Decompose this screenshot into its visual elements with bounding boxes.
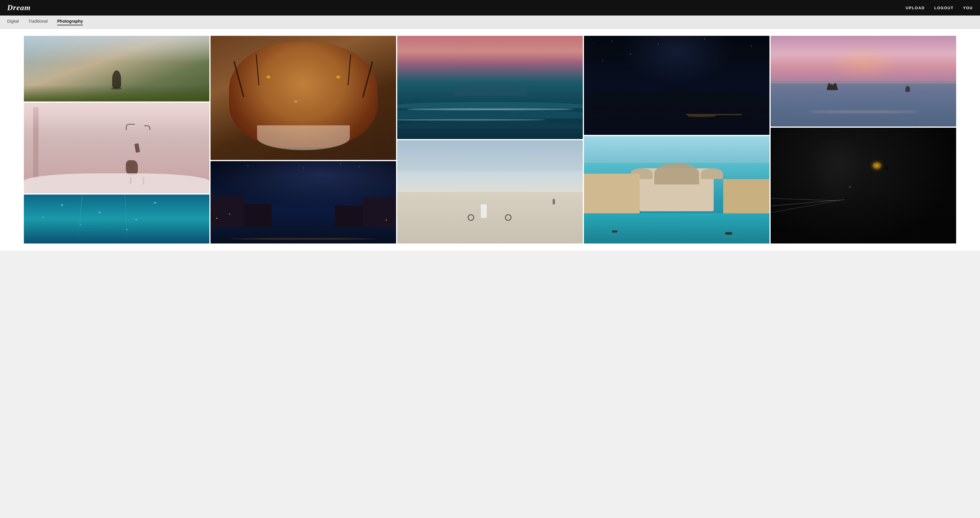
you-button[interactable]: YOU bbox=[963, 6, 973, 10]
tabs-bar: Digital Traditional Photography bbox=[0, 16, 980, 29]
upload-button[interactable]: UPLOAD bbox=[906, 6, 925, 10]
gallery-item[interactable] bbox=[397, 140, 583, 244]
gallery-item[interactable] bbox=[771, 128, 956, 244]
gallery-item[interactable] bbox=[210, 36, 396, 160]
navbar-actions: UPLOAD LOGOUT YOU bbox=[906, 6, 973, 10]
gallery-container bbox=[0, 29, 980, 251]
logout-button[interactable]: LOGOUT bbox=[934, 6, 954, 10]
gallery-item[interactable] bbox=[397, 36, 583, 139]
masonry-grid bbox=[24, 36, 956, 244]
gallery-item[interactable] bbox=[24, 36, 209, 102]
navbar: Dream UPLOAD LOGOUT YOU bbox=[0, 0, 980, 16]
gallery-item[interactable] bbox=[210, 161, 396, 244]
gallery-item[interactable] bbox=[584, 36, 770, 135]
tab-traditional[interactable]: Traditional bbox=[28, 19, 48, 26]
tab-digital[interactable]: Digital bbox=[7, 19, 19, 26]
gallery-item[interactable] bbox=[24, 194, 209, 244]
app-logo[interactable]: Dream bbox=[7, 3, 31, 12]
gallery-item[interactable] bbox=[584, 136, 770, 244]
tab-photography[interactable]: Photography bbox=[57, 19, 83, 26]
gallery-item[interactable] bbox=[771, 36, 956, 126]
gallery-item[interactable] bbox=[24, 103, 209, 193]
